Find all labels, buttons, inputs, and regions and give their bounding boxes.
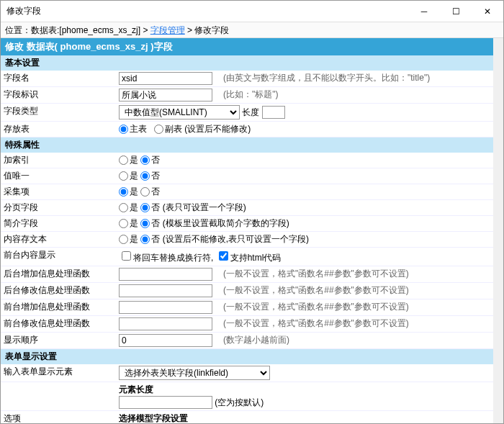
text-label: 内容存文本: [1, 232, 116, 248]
index-yes[interactable]: [119, 155, 128, 165]
field-type-label: 字段类型: [1, 104, 116, 122]
content-area: ▾ 修改 数据表( phome_ecms_xs_zj )字段 基本设置 字段名 …: [1, 38, 503, 423]
special-table: 加索引 是 否 值唯一 是 否 采集项 是 否 分页字段 是 否 (表只可设置一…: [1, 153, 493, 349]
ellen-input[interactable]: [119, 396, 212, 409]
formset-table: 输入表单显示元素 选择外表关联字段(linkfield) 元素长度 (空为按默认…: [1, 364, 493, 423]
maximize-button[interactable]: ☐: [440, 1, 472, 22]
breadcrumb: 位置：数据表:[phome_ecms_xs_zj] > 字段管理 > 修改字段: [1, 22, 503, 38]
fgadd-label: 前台增加信息处理函数: [1, 299, 116, 316]
index-label: 加索引: [1, 153, 116, 168]
unique-no[interactable]: [140, 171, 150, 181]
front-cr-checkbox[interactable]: [122, 251, 131, 261]
field-name-input[interactable]: [119, 72, 212, 85]
store-hint: (设置后不能修改): [184, 124, 251, 134]
page-no[interactable]: [140, 203, 150, 212]
bgadd-input[interactable]: [119, 268, 212, 281]
front-label: 前台内容显示: [1, 248, 116, 266]
close-button[interactable]: ✕: [472, 1, 503, 22]
section-formset: 表单显示设置: [1, 349, 493, 364]
order-label: 显示顺序: [1, 333, 116, 349]
index-no[interactable]: [140, 155, 150, 165]
collect-yes[interactable]: [119, 187, 128, 197]
field-ident-input[interactable]: [119, 89, 212, 102]
crumb-link-fields[interactable]: 字段管理: [150, 25, 185, 35]
scrollbar-thumb[interactable]: [493, 38, 503, 225]
opts-title: 选择模型字段设置: [119, 413, 188, 423]
unique-label: 值唯一: [1, 168, 116, 184]
collect-label: 采集项: [1, 184, 116, 200]
input-elem-label: 输入表单显示元素: [1, 364, 116, 382]
window-title: 修改字段: [6, 5, 408, 17]
section-basic: 基本设置: [1, 55, 493, 71]
ellen-label: 元素长度: [119, 384, 153, 394]
brief-no[interactable]: [140, 219, 150, 228]
front-html-checkbox[interactable]: [219, 251, 228, 261]
crumb-prefix: 位置：数据表:[phome_ecms_xs_zj] >: [5, 25, 150, 35]
fgmod-input[interactable]: [119, 317, 212, 330]
text-yes[interactable]: [119, 235, 128, 244]
page-heading: 修改 数据表( phome_ecms_xs_zj )字段: [1, 38, 493, 55]
order-input[interactable]: [119, 334, 212, 347]
length-input[interactable]: [262, 106, 285, 119]
opts-label: 选项: [1, 411, 116, 424]
fgmod-label: 前台修改信息处理函数: [1, 316, 116, 333]
titlebar: 修改字段 ─ ☐ ✕: [1, 1, 503, 22]
text-no[interactable]: [140, 235, 150, 244]
brief-label: 简介字段: [1, 216, 116, 232]
basic-table: 字段名 (由英文与数字组成，且不能以数字开头。比如："title") 字段标识 …: [1, 71, 493, 137]
bgmod-input[interactable]: [119, 284, 212, 297]
store-label: 存放表: [1, 122, 116, 137]
field-name-label: 字段名: [1, 71, 116, 87]
bgadd-label: 后台增加信息处理函数: [1, 266, 116, 283]
page-yes[interactable]: [119, 203, 128, 212]
bgmod-label: 后台修改信息处理函数: [1, 283, 116, 299]
store-sub-radio[interactable]: [154, 125, 163, 134]
minimize-button[interactable]: ─: [408, 1, 440, 22]
page-label: 分页字段: [1, 200, 116, 216]
field-name-hint: (由英文与数字组成，且不能以数字开头。比如："title"): [220, 71, 493, 87]
brief-yes[interactable]: [119, 219, 128, 228]
field-ident-hint: (比如："标题"): [220, 87, 493, 104]
unique-yes[interactable]: [119, 171, 128, 181]
store-main-radio[interactable]: [119, 125, 128, 134]
input-elem-select[interactable]: 选择外表关联字段(linkfield): [119, 366, 270, 380]
section-special: 特殊属性: [1, 137, 493, 153]
fgadd-input[interactable]: [119, 301, 212, 314]
length-label: 长度: [242, 107, 259, 117]
scroll-down-button[interactable]: ▾: [493, 413, 503, 423]
field-ident-label: 字段标识: [1, 87, 116, 104]
crumb-current: 修改字段: [194, 25, 229, 35]
collect-no[interactable]: [140, 187, 150, 197]
field-type-select[interactable]: 中数值型(SMALLINT): [119, 105, 240, 119]
